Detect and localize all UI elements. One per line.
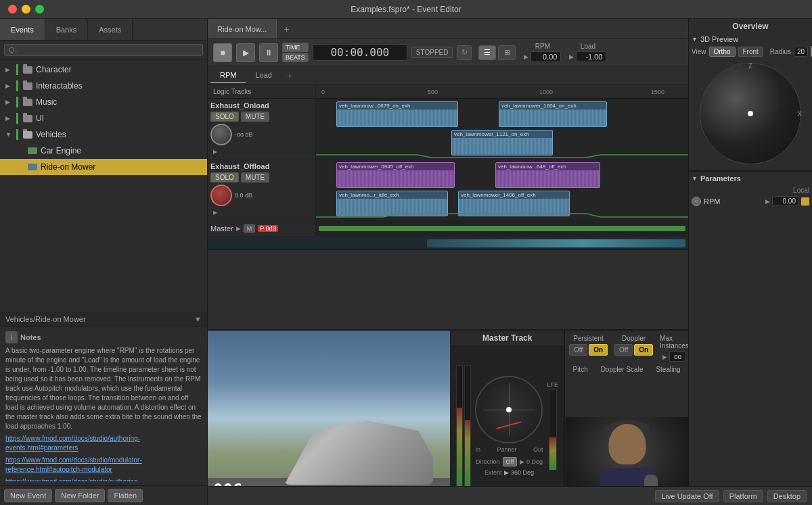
doppler-group: Doppler Off On — [614, 335, 653, 362]
audio-block[interactable]: veh_lawnmower_1604_on_exh — [499, 101, 607, 127]
param-item-rpm-color — [801, 197, 809, 206]
solo-button-exhaust-onload[interactable]: SOLO — [210, 112, 239, 122]
audio-block-label: veh_lawnmower_1604_on_exh — [499, 102, 606, 110]
track-content-exhaust-onload[interactable]: veh_lawnmow...0879_on_exh veh_lawnmower_… — [316, 99, 688, 159]
chevron-right-icon: ▶ — [5, 82, 14, 89]
activity-bar — [16, 97, 18, 107]
vu-meter-right — [464, 365, 471, 487]
load-label: Load — [569, 43, 606, 50]
waveform — [337, 110, 457, 126]
master-content — [316, 220, 688, 236]
sidebar-item-label: Car Engine — [41, 146, 81, 155]
lfe-fill — [549, 437, 556, 469]
direction-off-button[interactable]: Off — [503, 457, 518, 466]
solo-button-exhaust-offload[interactable]: SOLO — [210, 172, 239, 183]
ruler-mark-1500: 1500 — [651, 89, 664, 95]
tab-events[interactable]: Events — [0, 19, 45, 40]
flatten-button[interactable]: Flatten — [108, 489, 143, 502]
master-m-button[interactable]: M — [244, 224, 256, 233]
event-icon — [27, 145, 38, 156]
notes-link-2[interactable]: https://www.fmod.com/docs/studio/modulat… — [5, 456, 202, 475]
persistent-off-button[interactable]: Off — [569, 344, 587, 356]
pause-button[interactable]: ⏸ — [259, 43, 278, 62]
bottom-row: 006 Km/h R Beat Master Track — [208, 329, 688, 505]
param-item-rpm-label: RPM — [704, 197, 765, 206]
volume-knob-exhaust-onload[interactable] — [210, 124, 232, 145]
tab-rpm[interactable]: RPM — [210, 68, 246, 83]
load-value[interactable]: -1.00 — [576, 51, 606, 62]
play-button[interactable]: ▶ — [236, 43, 255, 62]
notes-link-1[interactable]: https://www.fmod.com/docs/studio/authori… — [5, 434, 202, 453]
preview-window: 006 Km/h R Beat — [208, 331, 451, 505]
loop-button[interactable]: ↻ — [457, 45, 472, 60]
doppler-off-button[interactable]: Off — [614, 344, 633, 356]
doppler-on-button[interactable]: On — [634, 344, 653, 356]
volume-label-exhaust-offload: 0.0 dB — [235, 192, 252, 199]
tab-load[interactable]: Load — [246, 68, 281, 83]
maximize-button[interactable] — [35, 5, 44, 14]
max-instances-value[interactable]: oo — [669, 352, 686, 362]
panner-out-label: Out — [533, 446, 543, 453]
ortho-view-button[interactable]: Ortho — [709, 47, 736, 57]
panner-circle[interactable] — [475, 376, 543, 443]
track-play-button-exhaust-onload[interactable]: ▶ — [210, 147, 220, 156]
3d-sphere[interactable] — [700, 63, 801, 164]
rpm-arrow-icon: ▶ — [524, 53, 528, 60]
sidebar-item-label: Character — [36, 65, 72, 74]
panner-dot — [506, 407, 512, 412]
doppler-scale-label: Doppler Scale — [601, 366, 644, 373]
audio-block[interactable]: veh_lawnmow...0879_on_exh — [336, 101, 458, 127]
time-mode-beats[interactable]: BEATS — [282, 53, 309, 62]
stop-button[interactable]: ■ — [213, 43, 232, 62]
mute-button-exhaust-offload[interactable]: MUTE — [241, 172, 269, 183]
timeline-ruler: 0 500 1000 1500 — [316, 85, 688, 99]
sidebar-item-ride-on-mower[interactable]: Ride-on Mower — [0, 159, 207, 175]
track-play-button-exhaust-offload[interactable]: ▶ — [210, 208, 220, 217]
panner-controls: Direction Off ▶ 0 Deg — [476, 457, 543, 466]
vu-fill-left — [457, 408, 462, 486]
audio-block[interactable]: veh_lawnmower_0945_off_exh — [336, 162, 455, 188]
audio-block[interactable]: veh_lawnmow...648_off_exh — [495, 162, 600, 188]
close-button[interactable] — [8, 5, 17, 14]
event-icon — [27, 162, 38, 172]
automation-curve — [427, 239, 685, 247]
direction-label: Direction — [476, 458, 500, 465]
volume-curve — [316, 151, 688, 159]
param-tabs: RPM Load + — [208, 66, 688, 85]
notes-link-3[interactable]: https://www.fmod.com/docs/studio/authori… — [5, 477, 202, 481]
ruler-mark-500: 500 — [428, 89, 438, 95]
view-label: View — [692, 48, 706, 55]
track-row-exhaust-offload: Exhaust_Offload SOLO MUTE 0.0 dB ▶ — [208, 160, 688, 220]
time-mode-toggle: TIME BEATS — [282, 43, 309, 62]
tab-assets[interactable]: Assets — [88, 19, 133, 40]
sidebar-item-ui[interactable]: ▶ UI — [0, 110, 207, 126]
list-view-button[interactable]: ☰ — [478, 45, 496, 60]
volume-knob-exhaust-offload[interactable] — [210, 185, 232, 206]
radius-value[interactable]: 20 — [794, 47, 808, 57]
param-tab-add-button[interactable]: + — [281, 68, 298, 84]
front-view-button[interactable]: Front — [738, 47, 763, 57]
new-folder-button[interactable]: New Folder — [55, 489, 105, 502]
new-event-button[interactable]: New Event — [4, 489, 52, 502]
param-item-rpm-value[interactable]: 0.00 — [772, 196, 799, 206]
sidebar-item-interactables[interactable]: ▶ Interactables — [0, 78, 207, 94]
sidebar-item-music[interactable]: ▶ Music — [0, 94, 207, 110]
grid-view-button[interactable]: ⊞ — [498, 45, 516, 60]
mute-button-exhaust-onload[interactable]: MUTE — [241, 112, 269, 122]
rpm-value[interactable]: 0.00 — [531, 51, 561, 62]
editor-tab-add-button[interactable]: + — [277, 24, 296, 34]
editor-tab-ride-on-mower[interactable]: Ride-on Mow... — [208, 19, 277, 39]
local-row: Local — [692, 187, 809, 194]
sidebar-item-car-engine[interactable]: Car Engine — [0, 143, 207, 159]
persistent-on-button[interactable]: On — [589, 344, 608, 356]
track-content-exhaust-offload[interactable]: veh_lawnmower_0945_off_exh veh_lawnmow..… — [316, 160, 688, 220]
sidebar-item-vehicles[interactable]: ▼ Vehicles — [0, 126, 207, 143]
master-header: Master ▶ M P 0dB — [208, 220, 316, 236]
tab-banks[interactable]: Banks — [45, 19, 89, 40]
master-red-button[interactable]: P 0dB — [258, 225, 278, 232]
minimize-button[interactable] — [22, 5, 30, 14]
time-mode-time[interactable]: TIME — [282, 43, 309, 52]
live-update-button[interactable]: Live Update Off — [655, 490, 688, 502]
search-input[interactable] — [4, 44, 203, 56]
sidebar-item-character[interactable]: ▶ Character — [0, 62, 207, 78]
